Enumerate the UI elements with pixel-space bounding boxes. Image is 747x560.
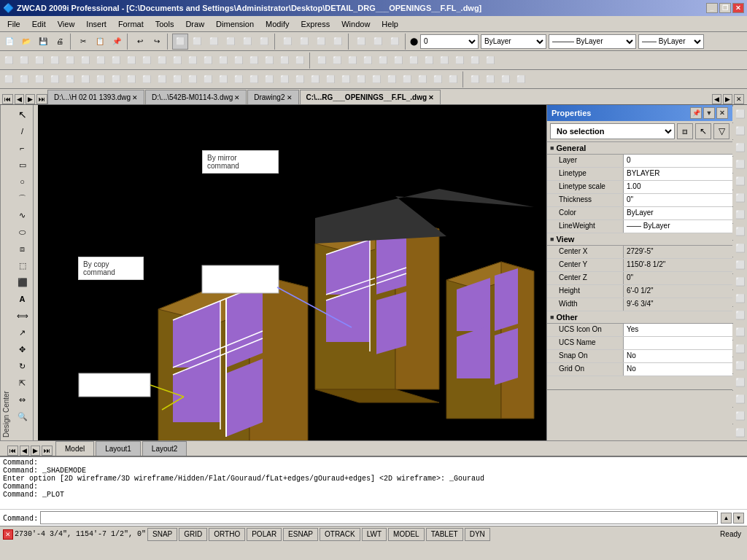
doc-close[interactable]: ✕ [734,94,744,104]
tb2-btn32[interactable]: ⬜ [483,53,498,68]
tb3-btn14[interactable]: ⬜ [201,72,215,87]
tb2-btn15[interactable]: ⬜ [216,53,231,68]
tb2-btn19[interactable]: ⬜ [277,53,292,68]
cut-button[interactable]: ✂ [75,34,91,50]
tb2-btn17[interactable]: ⬜ [247,53,261,68]
layout-nav-next[interactable]: ▶ [31,446,40,456]
menu-draw[interactable]: Draw [179,18,210,30]
lwt-button[interactable]: LWT [362,528,387,541]
tb3-btn33[interactable]: ⬜ [498,72,513,87]
prop-layer-value[interactable]: 0 [624,155,732,167]
hatch-tool[interactable]: ⧈ [15,241,31,257]
tb2-btn8[interactable]: ⬜ [109,53,123,68]
tb3-btn10[interactable]: ⬜ [139,72,154,87]
menu-view[interactable]: View [52,18,81,30]
tb3-btn17[interactable]: ⬜ [247,72,261,87]
lineweight-select[interactable]: —— ByLayer [638,34,704,49]
menu-modify[interactable]: Modify [260,18,295,30]
properties-pin-button[interactable]: 📌 [690,107,702,119]
polar-button[interactable]: POLAR [247,528,282,541]
menu-dimension[interactable]: Dimension [210,18,260,30]
minimize-button[interactable]: _ [706,3,718,13]
tb2-btn13[interactable]: ⬜ [185,53,200,68]
right-btn12[interactable]: ⬜ [732,290,748,306]
layout-nav-prev[interactable]: ◀ [20,446,29,456]
doc-tab-2[interactable]: D:\...\542B-M0114-3.dwg ✕ [145,90,247,104]
tb2-btn3[interactable]: ⬜ [32,53,47,68]
tb3-btn9[interactable]: ⬜ [124,72,139,87]
tb3-btn13[interactable]: ⬜ [185,72,200,87]
general-section-header[interactable]: ■ General [547,142,732,155]
right-btn10[interactable]: ⬜ [732,257,748,273]
right-btn11[interactable]: ⬜ [732,274,748,290]
move-tool[interactable]: ✥ [15,341,31,357]
tb2-btn22[interactable]: ⬜ [330,53,344,68]
command-input[interactable] [40,511,718,524]
tb3-btn5[interactable]: ⬜ [63,72,77,87]
prop-snapon-value[interactable]: No [624,350,732,362]
prop-linetype-value[interactable]: BYLAYER [624,168,732,180]
tb-btn13[interactable]: ⬜ [387,34,403,50]
tab-nav-next[interactable]: ▶ [26,94,35,104]
circle-tool[interactable]: ○ [15,174,31,190]
tb3-btn26[interactable]: ⬜ [384,72,399,87]
tb3-btn29[interactable]: ⬜ [430,72,445,87]
dyn-button[interactable]: DYN [465,528,490,541]
right-btn15[interactable]: ⬜ [732,341,748,357]
tb-btn2[interactable]: ⬜ [189,34,205,50]
linetype-select[interactable]: ——— ByLayer [549,34,636,49]
right-btn5[interactable]: ⬜ [732,174,748,190]
tb3-btn23[interactable]: ⬜ [338,72,353,87]
menu-help[interactable]: Help [376,18,404,30]
prop-ucsiconon-value[interactable]: Yes [624,324,732,336]
tb-btn10[interactable]: ⬜ [330,34,346,50]
tb2-btn30[interactable]: ⬜ [452,53,467,68]
tb2-btn10[interactable]: ⬜ [139,53,154,68]
copy-button[interactable]: 📋 [92,34,108,50]
tb-btn12[interactable]: ⬜ [370,34,386,50]
menu-express[interactable]: Express [295,18,336,30]
other-section-header[interactable]: ■ Other [547,311,732,324]
right-btn13[interactable]: ⬜ [732,307,748,323]
tb2-btn26[interactable]: ⬜ [391,53,406,68]
tb2-btn6[interactable]: ⬜ [78,53,93,68]
grid-button[interactable]: GRID [179,528,207,541]
line-tool[interactable]: / [15,123,31,139]
block-tool[interactable]: ⬛ [15,274,31,290]
layout1-tab[interactable]: Layout1 [96,441,141,456]
prop-color-value[interactable]: ByLayer [624,207,732,219]
prop-ucsname-value[interactable] [624,337,732,349]
scale-tool[interactable]: ⇱ [15,375,31,391]
right-btn9[interactable]: ⬜ [732,241,748,257]
tb3-btn15[interactable]: ⬜ [216,72,231,87]
mirror-tool[interactable]: ⇔ [15,392,31,408]
prop-ltscale-value[interactable]: 1.00 [624,181,732,193]
tb3-btn25[interactable]: ⬜ [369,72,384,87]
tb3-btn27[interactable]: ⬜ [400,72,414,87]
right-btn14[interactable]: ⬜ [732,324,748,340]
tb-btn9[interactable]: ⬜ [313,34,329,50]
leader-tool[interactable]: ↗ [15,324,31,341]
properties-select-button[interactable]: ↖ [695,123,711,139]
tb3-btn2[interactable]: ⬜ [17,72,31,87]
tb2-btn21[interactable]: ⬜ [314,53,329,68]
tb-btn11[interactable]: ⬜ [353,34,369,50]
tb3-btn20[interactable]: ⬜ [293,72,307,87]
tb-btn8[interactable]: ⬜ [296,34,312,50]
right-btn19[interactable]: ⬜ [732,408,748,424]
tb-btn3[interactable]: ⬜ [206,34,222,50]
tb-btn1[interactable]: ⬜ [172,34,188,50]
redo-button[interactable]: ↪ [149,34,165,50]
view-section-header[interactable]: ■ View [547,233,732,246]
tb2-btn1[interactable]: ⬜ [1,53,16,68]
save-button[interactable]: 💾 [35,34,51,50]
select-tool[interactable]: ↖ [15,106,31,122]
rectangle-tool[interactable]: ▭ [15,157,31,173]
esnap-button[interactable]: ESNAP [283,528,318,541]
tb-btn4[interactable]: ⬜ [222,34,239,50]
ortho-button[interactable]: ORTHO [209,528,245,541]
tb2-btn23[interactable]: ⬜ [345,53,360,68]
menu-window[interactable]: Window [336,18,376,30]
tab-nav-last[interactable]: ⏭ [36,94,47,104]
right-btn20[interactable]: ⬜ [732,424,748,440]
